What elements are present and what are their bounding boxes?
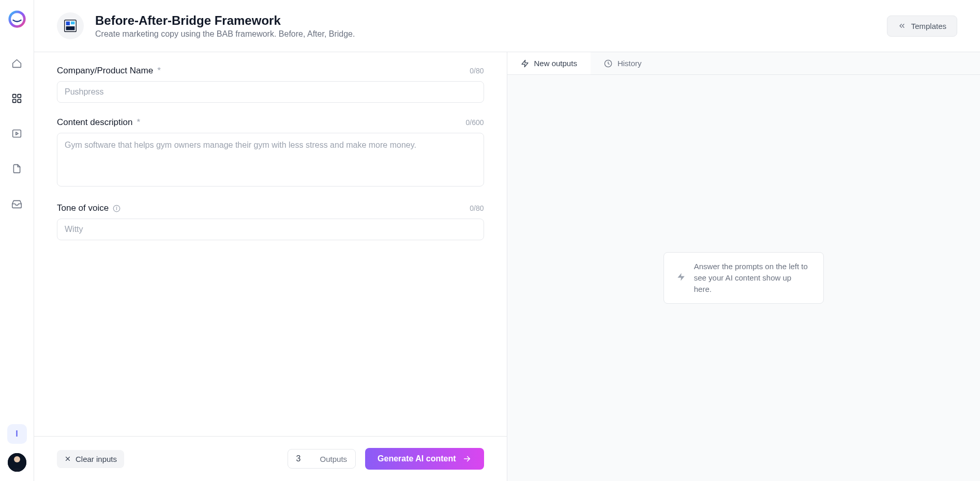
svg-rect-10 <box>66 22 70 26</box>
svg-rect-5 <box>13 130 21 137</box>
tab-history-label: History <box>617 59 642 68</box>
tone-of-voice-input[interactable] <box>57 219 484 240</box>
info-icon[interactable] <box>113 205 120 212</box>
user-avatar[interactable] <box>8 453 26 472</box>
svg-rect-11 <box>71 22 75 25</box>
tab-history[interactable]: History <box>591 52 655 74</box>
svg-point-0 <box>9 12 24 27</box>
arrow-right-icon <box>462 454 472 463</box>
templates-button-label: Templates <box>911 22 946 30</box>
page-header: Before-After-Bridge Framework Create mar… <box>34 0 980 52</box>
output-tabs: New outputs History <box>507 52 981 75</box>
content-description-input[interactable] <box>57 133 484 187</box>
svg-marker-6 <box>16 132 18 134</box>
svg-marker-21 <box>677 273 685 281</box>
svg-rect-12 <box>66 26 75 30</box>
outputs-count-label: Outputs <box>320 455 348 463</box>
tab-new-outputs[interactable]: New outputs <box>507 52 591 74</box>
field-label-company: Company/Product Name * <box>57 66 161 76</box>
svg-rect-4 <box>18 99 21 102</box>
svg-rect-1 <box>13 94 16 97</box>
page-subtitle: Create marketing copy using the BAB fram… <box>95 29 355 39</box>
nav-play[interactable] <box>8 124 26 143</box>
clock-icon <box>604 59 612 68</box>
svg-rect-2 <box>18 94 21 97</box>
field-counter-tone: 0/80 <box>470 204 484 212</box>
svg-marker-19 <box>522 60 528 67</box>
workspace-badge[interactable]: I <box>7 424 27 444</box>
nav-templates[interactable] <box>8 89 26 107</box>
generate-button-label: Generate AI content <box>378 454 456 463</box>
empty-state-text: Answer the prompts on the left to see yo… <box>694 261 811 294</box>
company-name-input[interactable] <box>57 81 484 103</box>
zap-icon <box>521 59 529 68</box>
svg-point-15 <box>116 207 117 207</box>
generate-button[interactable]: Generate AI content <box>365 448 484 470</box>
field-counter-company: 0/80 <box>470 67 484 75</box>
input-panel: Company/Product Name * 0/80 Content desc… <box>34 52 507 481</box>
page-title: Before-After-Bridge Framework <box>95 13 355 28</box>
nav-home[interactable] <box>8 54 26 72</box>
outputs-count-input[interactable] <box>296 454 311 463</box>
nav-document[interactable] <box>8 159 26 178</box>
svg-point-8 <box>14 456 20 462</box>
nav-inbox[interactable] <box>8 194 26 213</box>
tab-new-outputs-label: New outputs <box>534 59 577 68</box>
chevrons-left-icon <box>898 22 906 30</box>
output-panel: New outputs History Answer the prompts o… <box>507 52 981 481</box>
brand-logo[interactable] <box>7 9 27 29</box>
clear-inputs-label: Clear inputs <box>76 455 117 463</box>
outputs-count-control[interactable]: Outputs <box>288 449 356 469</box>
field-label-description: Content description * <box>57 117 140 128</box>
x-icon <box>64 455 71 462</box>
field-label-tone: Tone of voice <box>57 203 120 213</box>
zap-icon <box>676 272 686 284</box>
clear-inputs-button[interactable]: Clear inputs <box>57 450 124 468</box>
sidebar: I <box>0 0 34 481</box>
field-counter-description: 0/600 <box>465 118 484 127</box>
svg-rect-3 <box>13 99 16 102</box>
empty-state-card: Answer the prompts on the left to see yo… <box>664 252 824 303</box>
template-type-icon <box>57 12 84 39</box>
templates-button[interactable]: Templates <box>887 15 957 37</box>
